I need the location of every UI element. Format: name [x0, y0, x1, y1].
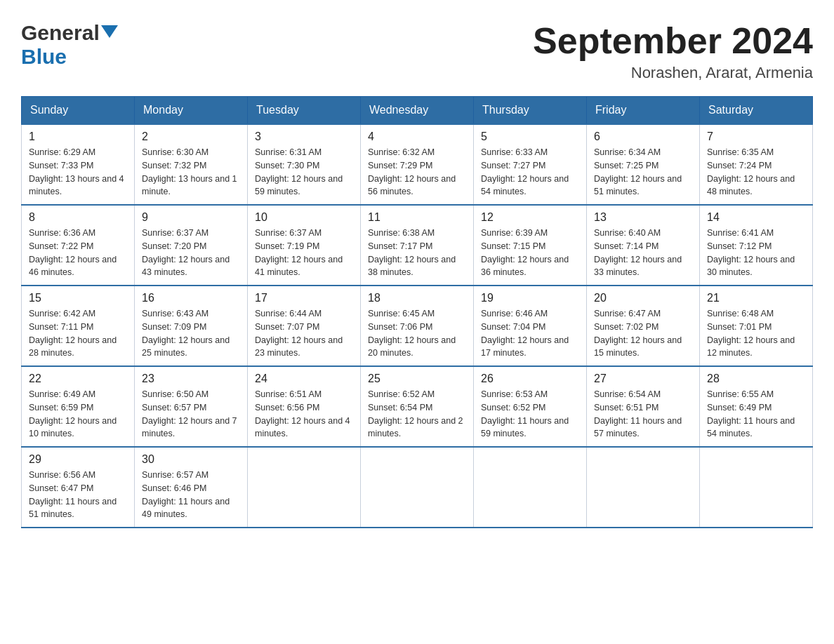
day-info: Sunrise: 6:31 AMSunset: 7:30 PMDaylight:… [255, 146, 353, 199]
day-info: Sunrise: 6:45 AMSunset: 7:06 PMDaylight:… [368, 307, 466, 360]
table-row: 3 Sunrise: 6:31 AMSunset: 7:30 PMDayligh… [248, 124, 361, 205]
day-info: Sunrise: 6:41 AMSunset: 7:12 PMDaylight:… [707, 227, 805, 279]
table-row: 8 Sunrise: 6:36 AMSunset: 7:22 PMDayligh… [22, 205, 135, 286]
day-info: Sunrise: 6:43 AMSunset: 7:09 PMDaylight:… [142, 307, 240, 360]
table-row: 5 Sunrise: 6:33 AMSunset: 7:27 PMDayligh… [474, 124, 587, 205]
day-number: 9 [142, 211, 240, 224]
day-info: Sunrise: 6:36 AMSunset: 7:22 PMDaylight:… [29, 227, 127, 279]
day-info: Sunrise: 6:49 AMSunset: 6:59 PMDaylight:… [29, 388, 127, 441]
table-row: 26 Sunrise: 6:53 AMSunset: 6:52 PMDaylig… [474, 366, 587, 447]
table-row: 30 Sunrise: 6:57 AMSunset: 6:46 PMDaylig… [135, 447, 248, 528]
day-number: 17 [255, 292, 353, 304]
day-number: 28 [707, 373, 805, 385]
day-number: 29 [29, 453, 127, 466]
day-number: 10 [255, 211, 353, 224]
col-wednesday: Wednesday [361, 97, 474, 125]
col-saturday: Saturday [700, 97, 813, 125]
table-row: 6 Sunrise: 6:34 AMSunset: 7:25 PMDayligh… [587, 124, 700, 205]
table-row: 23 Sunrise: 6:50 AMSunset: 6:57 PMDaylig… [135, 366, 248, 447]
calendar-week-row: 22 Sunrise: 6:49 AMSunset: 6:59 PMDaylig… [22, 366, 813, 447]
day-number: 25 [368, 373, 466, 385]
logo-general: General [21, 21, 100, 45]
day-info: Sunrise: 6:42 AMSunset: 7:11 PMDaylight:… [29, 307, 127, 360]
day-number: 14 [707, 211, 805, 224]
table-row: 20 Sunrise: 6:47 AMSunset: 7:02 PMDaylig… [587, 286, 700, 366]
month-year-title: September 2024 [533, 21, 813, 61]
day-info: Sunrise: 6:52 AMSunset: 6:54 PMDaylight:… [368, 388, 466, 441]
table-row: 2 Sunrise: 6:30 AMSunset: 7:32 PMDayligh… [135, 124, 248, 205]
day-info: Sunrise: 6:44 AMSunset: 7:07 PMDaylight:… [255, 307, 353, 360]
page-header: General Blue September 2024 Norashen, Ar… [21, 21, 813, 82]
day-number: 8 [29, 211, 127, 224]
day-info: Sunrise: 6:37 AMSunset: 7:20 PMDaylight:… [142, 227, 240, 279]
table-row: 7 Sunrise: 6:35 AMSunset: 7:24 PMDayligh… [700, 124, 813, 205]
day-number: 4 [368, 130, 466, 143]
calendar-week-row: 29 Sunrise: 6:56 AMSunset: 6:47 PMDaylig… [22, 447, 813, 528]
table-row: 14 Sunrise: 6:41 AMSunset: 7:12 PMDaylig… [700, 205, 813, 286]
location-subtitle: Norashen, Ararat, Armenia [533, 64, 813, 82]
day-number: 15 [29, 292, 127, 304]
logo-blue: Blue [21, 45, 67, 69]
table-row: 29 Sunrise: 6:56 AMSunset: 6:47 PMDaylig… [22, 447, 135, 528]
table-row [361, 447, 474, 528]
day-info: Sunrise: 6:40 AMSunset: 7:14 PMDaylight:… [594, 227, 692, 279]
table-row [700, 447, 813, 528]
table-row: 1 Sunrise: 6:29 AMSunset: 7:33 PMDayligh… [22, 124, 135, 205]
day-number: 30 [142, 453, 240, 466]
table-row: 25 Sunrise: 6:52 AMSunset: 6:54 PMDaylig… [361, 366, 474, 447]
calendar-week-row: 15 Sunrise: 6:42 AMSunset: 7:11 PMDaylig… [22, 286, 813, 366]
table-row: 10 Sunrise: 6:37 AMSunset: 7:19 PMDaylig… [248, 205, 361, 286]
day-number: 26 [481, 373, 579, 385]
day-info: Sunrise: 6:30 AMSunset: 7:32 PMDaylight:… [142, 146, 240, 199]
logo-triangle-icon [101, 25, 118, 38]
table-row: 24 Sunrise: 6:51 AMSunset: 6:56 PMDaylig… [248, 366, 361, 447]
day-number: 24 [255, 373, 353, 385]
table-row: 19 Sunrise: 6:46 AMSunset: 7:04 PMDaylig… [474, 286, 587, 366]
calendar-week-row: 8 Sunrise: 6:36 AMSunset: 7:22 PMDayligh… [22, 205, 813, 286]
col-friday: Friday [587, 97, 700, 125]
logo: General Blue [21, 21, 119, 69]
table-row [474, 447, 587, 528]
day-number: 5 [481, 130, 579, 143]
day-number: 1 [29, 130, 127, 143]
day-number: 12 [481, 211, 579, 224]
day-number: 7 [707, 130, 805, 143]
day-info: Sunrise: 6:48 AMSunset: 7:01 PMDaylight:… [707, 307, 805, 360]
day-info: Sunrise: 6:50 AMSunset: 6:57 PMDaylight:… [142, 388, 240, 441]
day-number: 22 [29, 373, 127, 385]
day-info: Sunrise: 6:37 AMSunset: 7:19 PMDaylight:… [255, 227, 353, 279]
day-number: 18 [368, 292, 466, 304]
day-number: 2 [142, 130, 240, 143]
table-row: 11 Sunrise: 6:38 AMSunset: 7:17 PMDaylig… [361, 205, 474, 286]
day-number: 6 [594, 130, 692, 143]
calendar-header-row: Sunday Monday Tuesday Wednesday Thursday… [22, 97, 813, 125]
day-number: 16 [142, 292, 240, 304]
day-info: Sunrise: 6:38 AMSunset: 7:17 PMDaylight:… [368, 227, 466, 279]
day-number: 27 [594, 373, 692, 385]
table-row [248, 447, 361, 528]
table-row: 18 Sunrise: 6:45 AMSunset: 7:06 PMDaylig… [361, 286, 474, 366]
day-info: Sunrise: 6:56 AMSunset: 6:47 PMDaylight:… [29, 469, 127, 521]
col-tuesday: Tuesday [248, 97, 361, 125]
col-monday: Monday [135, 97, 248, 125]
table-row: 4 Sunrise: 6:32 AMSunset: 7:29 PMDayligh… [361, 124, 474, 205]
table-row: 9 Sunrise: 6:37 AMSunset: 7:20 PMDayligh… [135, 205, 248, 286]
day-number: 23 [142, 373, 240, 385]
calendar-table: Sunday Monday Tuesday Wednesday Thursday… [21, 96, 813, 528]
day-number: 3 [255, 130, 353, 143]
table-row: 21 Sunrise: 6:48 AMSunset: 7:01 PMDaylig… [700, 286, 813, 366]
day-info: Sunrise: 6:54 AMSunset: 6:51 PMDaylight:… [594, 388, 692, 441]
title-section: September 2024 Norashen, Ararat, Armenia [533, 21, 813, 82]
table-row: 16 Sunrise: 6:43 AMSunset: 7:09 PMDaylig… [135, 286, 248, 366]
day-info: Sunrise: 6:34 AMSunset: 7:25 PMDaylight:… [594, 146, 692, 199]
day-info: Sunrise: 6:55 AMSunset: 6:49 PMDaylight:… [707, 388, 805, 441]
table-row: 15 Sunrise: 6:42 AMSunset: 7:11 PMDaylig… [22, 286, 135, 366]
day-info: Sunrise: 6:33 AMSunset: 7:27 PMDaylight:… [481, 146, 579, 199]
table-row: 22 Sunrise: 6:49 AMSunset: 6:59 PMDaylig… [22, 366, 135, 447]
day-info: Sunrise: 6:53 AMSunset: 6:52 PMDaylight:… [481, 388, 579, 441]
day-info: Sunrise: 6:29 AMSunset: 7:33 PMDaylight:… [29, 146, 127, 199]
col-thursday: Thursday [474, 97, 587, 125]
table-row: 27 Sunrise: 6:54 AMSunset: 6:51 PMDaylig… [587, 366, 700, 447]
table-row: 13 Sunrise: 6:40 AMSunset: 7:14 PMDaylig… [587, 205, 700, 286]
table-row: 12 Sunrise: 6:39 AMSunset: 7:15 PMDaylig… [474, 205, 587, 286]
